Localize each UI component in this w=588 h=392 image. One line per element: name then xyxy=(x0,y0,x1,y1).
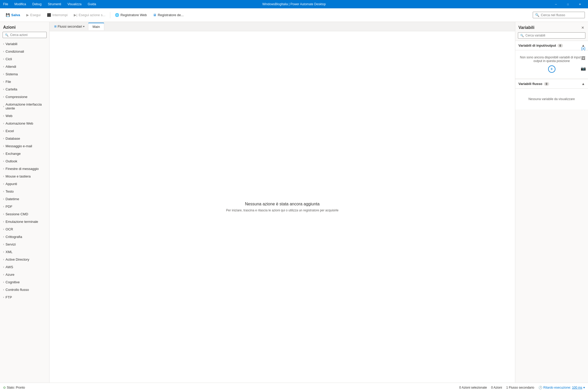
minimize-button[interactable]: ─ xyxy=(550,0,562,8)
sidebar-item-sessione-cmd[interactable]: ›Sessione CMD xyxy=(0,210,49,218)
sidebar-item-crittografia[interactable]: ›Crittografia xyxy=(0,233,49,241)
chevron-icon: › xyxy=(3,73,4,76)
variables-search-icon: 🔍 xyxy=(520,34,524,37)
sidebar-item-datetime[interactable]: ›Datetime xyxy=(0,195,49,203)
chevron-icon: › xyxy=(3,122,4,125)
menu-debug[interactable]: Debug xyxy=(31,2,42,7)
sidebar-item-ocr[interactable]: ›OCR xyxy=(0,225,49,233)
sidebar-item-excel[interactable]: ›Excel xyxy=(0,127,49,135)
sidebar-item-web[interactable]: ›Web xyxy=(0,112,49,120)
sidebar-title: Azioni xyxy=(0,22,49,32)
sidebar-item-cicli[interactable]: ›Cicli xyxy=(0,55,49,63)
sidebar-item-azure[interactable]: ›Azure xyxy=(0,271,49,278)
sidebar-item-appunti[interactable]: ›Appunti xyxy=(0,180,49,188)
images-panel-toggle[interactable]: 📷 xyxy=(579,64,588,73)
run-action-button[interactable]: ▶| Esegui azione s... xyxy=(71,11,108,19)
chevron-icon: › xyxy=(3,42,4,45)
desktop-recorder-button[interactable]: 🖥 Registratore de... xyxy=(150,11,186,19)
maximize-button[interactable]: □ xyxy=(562,0,574,8)
sidebar-item-cartella[interactable]: ›Cartella xyxy=(0,85,49,93)
variables-search-box[interactable]: 🔍 xyxy=(518,32,585,39)
flow-search-box[interactable]: 🔍 xyxy=(533,12,585,18)
sidebar-item-emulazione-terminale[interactable]: ›Emulazione terminale xyxy=(0,218,49,225)
run-button[interactable]: ▶ Esegui xyxy=(24,11,43,19)
actions-total: 0 Azioni xyxy=(491,386,502,389)
flow-search-input[interactable] xyxy=(541,13,583,17)
images-icon: 📷 xyxy=(581,66,586,71)
canvas-content: Nessuna azione è stata ancora aggiunta P… xyxy=(50,31,515,383)
canvas-empty-title: Nessuna azione è stata ancora aggiunta xyxy=(245,202,320,206)
sidebar-item-automazione-interfaccia-utente[interactable]: ›Automazione interfaccia utente xyxy=(0,101,49,112)
ui-elements-icon: 🖼 xyxy=(581,56,585,61)
sidebar-item-file[interactable]: ›File xyxy=(0,78,49,85)
chevron-icon: › xyxy=(3,213,4,216)
status-icon: ⊙ xyxy=(3,386,6,389)
menu-modifica[interactable]: Modifica xyxy=(13,2,27,7)
toolbar-divider xyxy=(110,12,110,18)
chevron-icon: › xyxy=(3,235,4,238)
variables-icon: {x} xyxy=(581,46,585,51)
menu-file[interactable]: File xyxy=(2,2,9,7)
chevron-icon: › xyxy=(3,130,4,132)
variables-close-button[interactable]: ✕ xyxy=(581,25,585,30)
sidebar-item-condizionali[interactable]: ›Condizionali xyxy=(0,48,49,55)
sidebar-item-exchange[interactable]: ›Exchange xyxy=(0,150,49,157)
sidebar-item-sistema[interactable]: ›Sistema xyxy=(0,70,49,78)
sidebar-item-mouse-e-tastiera[interactable]: ›Mouse e tastiera xyxy=(0,173,49,180)
chevron-icon: › xyxy=(3,65,4,68)
chevron-icon: › xyxy=(3,243,4,246)
sidebar-search-input[interactable] xyxy=(10,33,44,37)
stop-button[interactable]: ⬛ Interrompi xyxy=(44,11,70,19)
add-variable-button[interactable]: + xyxy=(548,65,555,73)
save-button[interactable]: 💾 Salva xyxy=(3,11,23,19)
sidebar-item-attendi[interactable]: ›Attendi xyxy=(0,63,49,70)
sidebar-item-variabili[interactable]: ›Variabili xyxy=(0,40,49,48)
sidebar-search-box[interactable]: 🔍 xyxy=(3,32,47,38)
input-output-count: 0 xyxy=(558,44,563,47)
variables-search-input[interactable] xyxy=(525,34,583,37)
menu-guida[interactable]: Guida xyxy=(87,2,97,7)
sidebar-item-compressione[interactable]: ›Compressione xyxy=(0,93,49,101)
panel-icon-buttons: {x} 🖼 📷 xyxy=(579,44,588,73)
sidebar-item-testo[interactable]: ›Testo xyxy=(0,188,49,195)
chevron-icon: › xyxy=(3,273,4,276)
sidebar-item-servizi[interactable]: ›Servizi xyxy=(0,241,49,248)
sidebar-item-messaggio-e-mail[interactable]: ›Messaggio e-mail xyxy=(0,142,49,150)
main-tab[interactable]: Main xyxy=(88,23,104,30)
chevron-icon: › xyxy=(3,266,4,268)
chevron-icon: › xyxy=(3,152,4,155)
clock-icon: 🕐 xyxy=(538,386,542,389)
web-recorder-button[interactable]: 🌐 Registratore Web xyxy=(112,11,149,19)
sidebar-item-outlook[interactable]: ›Outlook xyxy=(0,157,49,165)
sidebar-item-cognitive[interactable]: ›Cognitive xyxy=(0,278,49,286)
flow-vars-header[interactable]: Variabili flusso 0 ▲ xyxy=(515,79,588,89)
chevron-icon: › xyxy=(3,95,4,98)
sidebar-item-active-directory[interactable]: ›Active Directory xyxy=(0,256,49,263)
canvas-area: ⊞ Flussi secondari ▾ Main Nessuna azione… xyxy=(50,22,515,383)
sidebar-item-database[interactable]: ›Database xyxy=(0,135,49,142)
chevron-icon: › xyxy=(3,205,4,208)
chevron-icon: › xyxy=(3,114,4,117)
window-title: WindowsBlogItalia | Power Automate Deskt… xyxy=(262,2,326,6)
ui-elements-panel-toggle[interactable]: 🖼 xyxy=(579,54,588,63)
close-button[interactable]: ✕ xyxy=(574,0,586,8)
chevron-icon: › xyxy=(3,160,4,163)
sidebar-item-pdf[interactable]: ›PDF xyxy=(0,203,49,210)
flow-vars-count: 0 xyxy=(544,82,549,86)
sidebar-item-aws[interactable]: ›AWS xyxy=(0,263,49,271)
menu-visualizza[interactable]: Visualizza xyxy=(66,2,83,7)
sidebar-item-finestre-di-messaggio[interactable]: ›Finestre di messaggio xyxy=(0,165,49,173)
flow-vars-content: Nessuna variabile da visualizzare xyxy=(515,89,588,109)
main-layout: Azioni 🔍 ›Variabili›Condizionali›Cicli›A… xyxy=(0,22,588,383)
variables-panel-toggle[interactable]: {x} xyxy=(579,44,588,53)
flussi-secondari-button[interactable]: ⊞ Flussi secondari ▾ xyxy=(52,23,87,29)
sidebar-item-automazione-web[interactable]: ›Automazione Web xyxy=(0,120,49,127)
input-output-header[interactable]: Variabili di input/output 0 ▲ xyxy=(515,41,588,50)
sidebar-item-xml[interactable]: ›XML xyxy=(0,248,49,256)
sidebar-item-ftp[interactable]: ›FTP xyxy=(0,293,49,301)
menu-strumenti[interactable]: Strumenti xyxy=(47,2,62,7)
flow-vars-title: Variabili flusso 0 xyxy=(518,82,549,86)
delay-button[interactable]: 🕐 Ritardo esecuzione: 100 ms ▾ xyxy=(538,386,585,389)
sidebar-item-controllo-flusso[interactable]: ›Controllo flusso xyxy=(0,286,49,293)
flow-vars-section: Variabili flusso 0 ▲ Nessuna variabile d… xyxy=(515,79,588,109)
